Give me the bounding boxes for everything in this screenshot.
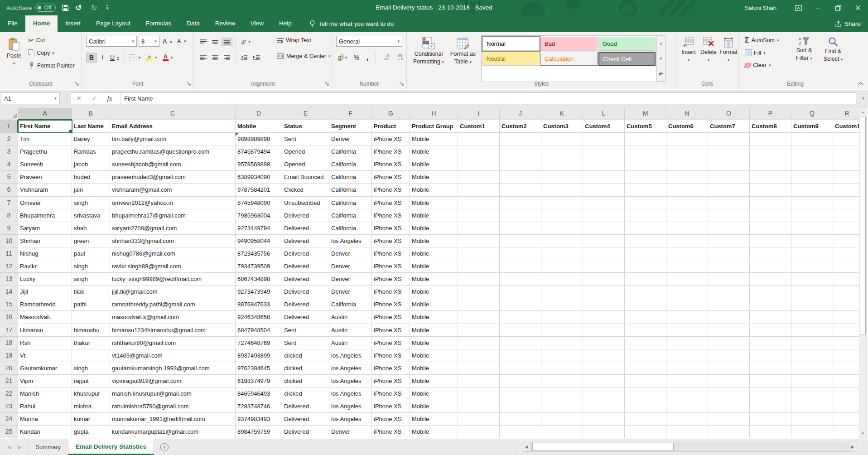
vertical-scrollbar[interactable]: ▲ ▼ — [859, 108, 867, 438]
cell-P11[interactable] — [750, 247, 791, 260]
cell-M22[interactable] — [625, 387, 666, 400]
cell-J13[interactable] — [500, 273, 541, 286]
cell-M12[interactable] — [625, 260, 666, 273]
cell-R13[interactable] — [833, 273, 861, 286]
cell-D1[interactable]: Mobile — [236, 120, 282, 133]
row-header-3[interactable]: 3 — [0, 145, 18, 158]
cell-J9[interactable] — [500, 222, 541, 235]
cell-Q16[interactable] — [791, 311, 833, 324]
cell-C5[interactable]: praveenhuded3@gmail.com — [110, 171, 236, 184]
merge-center-button[interactable]: Merge & Center▾ — [275, 52, 333, 61]
cell-F20[interactable]: los Angeles — [329, 362, 372, 375]
orientation-button[interactable]: ab▾ — [238, 38, 253, 46]
cell-C23[interactable]: rahulmishra5790@gmail.com — [110, 400, 236, 413]
cell-F11[interactable]: Denver — [329, 247, 372, 260]
row-header-4[interactable]: 4 — [0, 158, 18, 171]
ribbon-tab-formulas[interactable]: Formulas — [138, 15, 179, 32]
cell-B22[interactable]: khusrupur — [72, 387, 110, 400]
alignment-dialog-launcher[interactable] — [325, 82, 329, 86]
cell-style-good[interactable]: Good — [598, 37, 656, 51]
cell-F23[interactable]: los Angeles — [329, 400, 372, 413]
cell-H20[interactable]: Mobile — [410, 362, 458, 375]
ribbon-display-options-button[interactable] — [788, 0, 808, 15]
cell-R5[interactable] — [833, 171, 861, 184]
cell-D17[interactable]: 6847948504 — [236, 324, 282, 337]
sheet-nav-next[interactable]: ▶ — [18, 445, 22, 450]
cell-A21[interactable]: Vipin — [18, 375, 72, 387]
cell-O21[interactable] — [708, 375, 750, 387]
cell-J25[interactable] — [500, 426, 541, 438]
cell-O8[interactable] — [708, 209, 750, 222]
cell-F4[interactable]: California — [329, 158, 372, 171]
bold-button[interactable]: B — [86, 53, 97, 63]
share-button[interactable]: Share — [828, 15, 868, 32]
cell-H25[interactable]: Mobile — [410, 426, 458, 438]
cell-E15[interactable]: Delivered — [282, 298, 329, 311]
cell-F15[interactable]: California — [329, 298, 372, 311]
cell-E22[interactable]: clicked — [282, 387, 329, 400]
cell-C15[interactable]: ramnathreddy.pathi@gmail.com — [110, 298, 236, 311]
cell-J6[interactable] — [500, 184, 541, 196]
cell-P13[interactable] — [750, 273, 791, 286]
cell-P15[interactable] — [750, 298, 791, 311]
cell-N9[interactable] — [666, 222, 708, 235]
cell-N7[interactable] — [666, 197, 708, 209]
cell-N16[interactable] — [666, 311, 708, 324]
cell-B1[interactable]: Last Name — [72, 120, 110, 133]
decrease-indent-button[interactable] — [238, 53, 250, 62]
cell-K12[interactable] — [541, 260, 583, 273]
redo-button[interactable]: ↻▾ — [91, 4, 100, 12]
cell-P22[interactable] — [750, 387, 791, 400]
cell-J11[interactable] — [500, 247, 541, 260]
cell-O6[interactable] — [708, 184, 750, 196]
cell-O20[interactable] — [708, 362, 750, 375]
cell-B4[interactable]: jacob — [72, 158, 110, 171]
cell-D8[interactable]: 7985963004 — [236, 209, 282, 222]
cell-J24[interactable] — [500, 413, 541, 426]
customize-qat-button[interactable]: ▾ — [106, 5, 109, 10]
cell-E20[interactable]: clicked — [282, 362, 329, 375]
cell-F3[interactable]: California — [329, 145, 372, 158]
cell-H6[interactable]: Mobile — [410, 184, 458, 196]
cell-L24[interactable] — [583, 413, 625, 426]
cell-B21[interactable]: rajput — [72, 375, 110, 387]
cell-H16[interactable]: Mobile — [410, 311, 458, 324]
cell-E23[interactable]: Delivered — [282, 400, 329, 413]
cell-B11[interactable]: paul — [72, 247, 110, 260]
cell-F19[interactable]: los Angeles — [329, 349, 372, 362]
cell-A13[interactable]: Lucky — [18, 273, 72, 286]
cell-E11[interactable]: Delivered — [282, 247, 329, 260]
cell-L8[interactable] — [583, 209, 625, 222]
cell-H12[interactable]: Mobile — [410, 260, 458, 273]
cell-R6[interactable] — [833, 184, 861, 196]
cell-O19[interactable] — [708, 349, 750, 362]
cell-H14[interactable]: Mobile — [410, 286, 458, 298]
cell-E6[interactable]: Clicked — [282, 184, 329, 196]
number-dialog-launcher[interactable] — [400, 82, 404, 86]
cell-P14[interactable] — [750, 286, 791, 298]
cell-K23[interactable] — [541, 400, 583, 413]
cell-G7[interactable]: iPhone XS — [372, 197, 410, 209]
cell-L11[interactable] — [583, 247, 625, 260]
cell-D18[interactable]: 7274648769 — [236, 337, 282, 349]
cell-M21[interactable] — [625, 375, 666, 387]
cell-D5[interactable]: 6389934090 — [236, 171, 282, 184]
cell-O18[interactable] — [708, 337, 750, 349]
cell-D23[interactable]: 7283748746 — [236, 400, 282, 413]
cell-J1[interactable]: Custom2 — [500, 120, 541, 133]
top-align-button[interactable] — [198, 38, 209, 46]
cell-C2[interactable]: tim.baily@gmail.com — [110, 133, 236, 145]
col-header-D[interactable]: D — [236, 108, 282, 120]
cell-O12[interactable] — [708, 260, 750, 273]
row-header-13[interactable]: 13 — [0, 273, 18, 286]
row-header-20[interactable]: 20 — [0, 362, 18, 375]
cell-B25[interactable]: gupta — [72, 426, 110, 438]
ribbon-tab-file[interactable]: File — [0, 15, 25, 32]
cell-K19[interactable] — [541, 349, 583, 362]
cell-H18[interactable]: Mobile — [410, 337, 458, 349]
cell-M25[interactable] — [625, 426, 666, 438]
format-cells-button[interactable]: Format▾ — [719, 34, 738, 63]
cell-I21[interactable] — [458, 375, 500, 387]
cell-P20[interactable] — [750, 362, 791, 375]
col-header-J[interactable]: J — [500, 108, 541, 120]
